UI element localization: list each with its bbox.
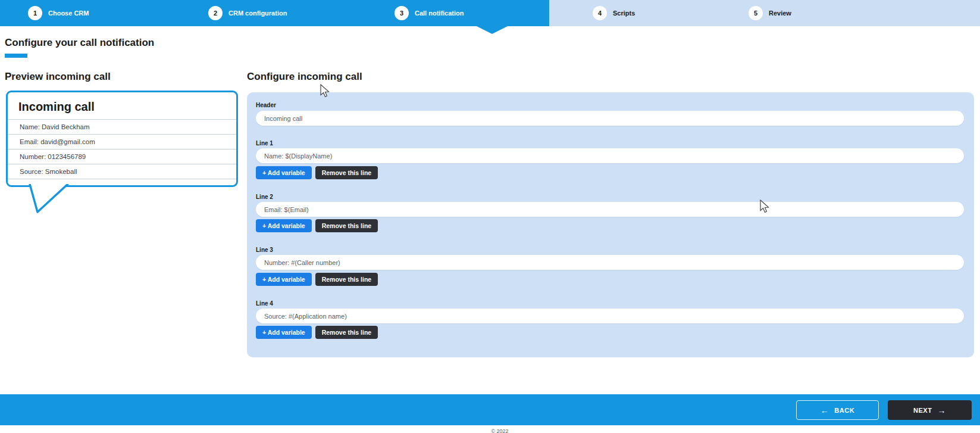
bottom-nav-bar: ← BACK NEXT → xyxy=(0,394,980,425)
active-step-pointer xyxy=(477,26,508,34)
preview-row-email: Email: david@gmail.com xyxy=(8,135,236,149)
line3-add-variable-button[interactable]: + Add variable xyxy=(256,273,312,286)
line1-add-variable-button[interactable]: + Add variable xyxy=(256,166,312,179)
line4-remove-line-button[interactable]: Remove this line xyxy=(315,326,378,339)
step-scripts[interactable]: 4 Scripts xyxy=(593,6,635,20)
next-arrow-icon: → xyxy=(937,406,946,415)
step-label: Review xyxy=(769,10,791,17)
wizard-page: 1 Choose CRM 2 CRM configuration 3 Call … xyxy=(0,0,980,433)
preview-row-source: Source: Smokeball xyxy=(8,164,236,179)
line3-remove-line-button[interactable]: Remove this line xyxy=(315,273,378,286)
line1-label: Line 1 xyxy=(256,140,273,147)
step-label: Call notification xyxy=(415,10,464,17)
step-review[interactable]: 5 Review xyxy=(749,6,791,20)
step-call-notification[interactable]: 3 Call notification xyxy=(394,6,464,20)
line1-input[interactable] xyxy=(256,148,964,163)
preview-card-title: Incoming call xyxy=(8,92,236,120)
step-number-badge: 4 xyxy=(593,6,607,20)
preview-heading: Preview incoming call xyxy=(5,71,111,83)
speech-bubble-tail-icon xyxy=(27,184,71,215)
line4-label: Line 4 xyxy=(256,300,273,307)
copyright-text: © 2022 xyxy=(440,428,559,433)
back-arrow-icon: ← xyxy=(821,406,829,415)
next-button-label: NEXT xyxy=(913,407,932,414)
line4-add-variable-button[interactable]: + Add variable xyxy=(256,326,312,339)
stepper-bar: 1 Choose CRM 2 CRM configuration 3 Call … xyxy=(0,0,980,26)
step-choose-crm[interactable]: 1 Choose CRM xyxy=(28,6,89,20)
step-label: CRM configuration xyxy=(228,10,287,17)
page-title: Configure your call notification xyxy=(5,37,154,49)
config-heading: Configure incoming call xyxy=(247,71,362,83)
line2-input[interactable] xyxy=(256,202,964,217)
line2-label: Line 2 xyxy=(256,194,273,200)
title-underline xyxy=(5,54,27,58)
step-crm-configuration[interactable]: 2 CRM configuration xyxy=(208,6,287,20)
preview-row-number: Number: 0123456789 xyxy=(8,149,236,164)
incoming-call-preview-card: Incoming call Name: David Beckham Email:… xyxy=(6,91,238,187)
step-label: Choose CRM xyxy=(48,10,89,17)
step-number-badge: 2 xyxy=(208,6,223,20)
step-number-badge: 5 xyxy=(749,6,763,20)
line3-label: Line 3 xyxy=(256,247,273,253)
step-number-badge: 1 xyxy=(28,6,42,20)
line1-remove-line-button[interactable]: Remove this line xyxy=(315,166,378,179)
back-button[interactable]: ← BACK xyxy=(796,400,879,420)
line3-input[interactable] xyxy=(256,255,964,270)
line4-input[interactable] xyxy=(256,309,964,323)
step-label: Scripts xyxy=(613,10,635,17)
header-input[interactable] xyxy=(256,111,964,126)
line2-add-variable-button[interactable]: + Add variable xyxy=(256,219,312,232)
configure-incoming-call-panel: Header Line 1 + Add variable Remove this… xyxy=(247,92,974,357)
next-button[interactable]: NEXT → xyxy=(888,400,972,420)
step-number-badge: 3 xyxy=(394,6,409,20)
line2-remove-line-button[interactable]: Remove this line xyxy=(315,219,378,232)
back-button-label: BACK xyxy=(834,407,854,414)
header-field-label: Header xyxy=(256,102,276,108)
preview-row-name: Name: David Beckham xyxy=(8,120,236,135)
